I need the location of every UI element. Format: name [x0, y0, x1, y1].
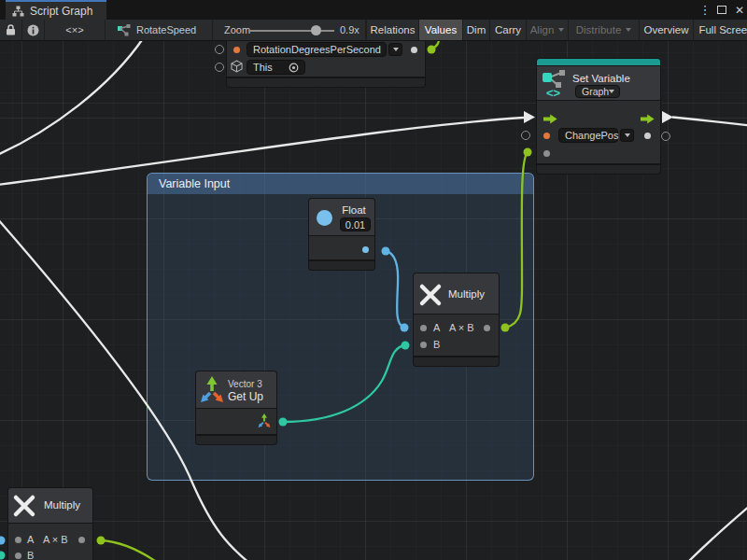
window-close-button[interactable]: ✕	[735, 0, 744, 20]
port-label-output: A × B	[449, 322, 474, 333]
lock-icon	[6, 24, 16, 35]
toolbar-button-relations[interactable]: Relations	[366, 20, 418, 40]
tab-script-graph[interactable]: Script Graph	[6, 0, 106, 20]
variable-name-dropdown[interactable]: RotationDegreesPerSecond	[247, 42, 387, 57]
set-variable-icon: <>	[541, 68, 569, 102]
variable-scope-dropdown[interactable]: Graph	[575, 85, 620, 98]
close-icon: ✕	[735, 4, 744, 17]
toolbar-button-distribute[interactable]: Distribute	[568, 20, 639, 40]
input-port-a[interactable]	[15, 537, 21, 543]
zoom-control: Zoom 0.9x	[213, 20, 366, 40]
node-vector3-get-up[interactable]: Vector 3 Get Up	[196, 371, 276, 445]
port-label-b: B	[27, 550, 34, 560]
object-picker-icon[interactable]	[289, 63, 299, 73]
vector3-axes-icon	[200, 376, 224, 408]
toolbar-button-values[interactable]: Values	[418, 20, 462, 40]
toolbar-button-carry[interactable]: Carry	[489, 20, 526, 40]
variable-dropdown-button[interactable]	[388, 43, 402, 56]
gameobject-cube-icon	[231, 60, 243, 77]
graph-toolbar: <×> RotateSpeed Zoom 0.9x Relations Valu…	[0, 20, 747, 41]
toolbar-button-fullscreen[interactable]: Full Screen	[693, 20, 747, 40]
input-port-b[interactable]	[15, 553, 21, 559]
multiply-x-icon	[12, 494, 36, 522]
node-type-label: Vector 3	[228, 379, 262, 389]
node-multiply[interactable]: Multiply A A × B B	[414, 273, 499, 366]
maximize-icon	[717, 6, 726, 14]
multiply-x-icon	[418, 283, 443, 311]
variable-dropdown-button[interactable]	[620, 129, 634, 142]
toolbar-button-align[interactable]: Align	[526, 20, 568, 40]
vector3-output-port[interactable]	[258, 413, 271, 432]
output-port[interactable]	[484, 325, 490, 331]
set-variable-name-dropdown[interactable]: ChangePos	[558, 128, 618, 143]
input-port-a[interactable]	[420, 325, 427, 331]
node-multiply-2[interactable]: Multiply A A × B B	[8, 488, 92, 560]
group-title: Variable Input	[159, 177, 230, 190]
lock-button[interactable]	[0, 20, 22, 40]
info-button[interactable]	[22, 20, 45, 40]
node-title: Set Variable	[572, 73, 630, 84]
node-accent-strip	[537, 59, 660, 66]
node-title: Float	[337, 204, 371, 216]
port-unconnected[interactable]	[215, 45, 224, 54]
port-label-a: A	[27, 534, 34, 545]
value-output-port[interactable]	[644, 133, 651, 139]
port-unconnected[interactable]	[215, 63, 224, 72]
window-tab-bar: Script Graph ⋮ ✕	[0, 0, 747, 20]
info-icon	[27, 24, 39, 36]
group-header[interactable]: Variable Input	[148, 174, 533, 194]
float-type-icon	[317, 210, 332, 226]
value-output-port[interactable]	[411, 47, 417, 53]
script-graph-icon	[118, 24, 131, 36]
script-graph-window: Variable Input	[0, 0, 747, 560]
value-input-port[interactable]	[543, 150, 550, 157]
node-get-variable[interactable]: RotationDegreesPerSecond This	[227, 35, 425, 88]
port-label-output: A × B	[43, 534, 68, 545]
node-title: Multiply	[44, 499, 80, 511]
output-port[interactable]	[78, 537, 85, 543]
variable-port-icon[interactable]	[543, 133, 550, 139]
port-unconnected[interactable]	[661, 132, 670, 141]
node-set-variable[interactable]: <> Set Variable Graph ChangePos	[537, 59, 660, 174]
zoom-value: 0.9x	[340, 24, 359, 35]
chevron-down-icon	[626, 28, 631, 32]
target-object-field[interactable]: This	[247, 60, 305, 75]
variable-port-icon[interactable]	[233, 47, 240, 53]
port-unconnected[interactable]	[521, 131, 530, 140]
zoom-slider-handle[interactable]	[311, 25, 321, 35]
kebab-menu-icon: ⋮	[699, 3, 712, 17]
code-view-button[interactable]: <×>	[45, 20, 106, 40]
svg-text:<>: <>	[546, 86, 561, 98]
flow-output-port[interactable]	[641, 111, 655, 128]
window-menu-button[interactable]: ⋮	[700, 0, 710, 20]
float-output-port[interactable]	[362, 246, 369, 253]
port-label-a: A	[433, 322, 440, 333]
node-title: Get Up	[228, 390, 263, 403]
node-float-literal[interactable]: Float 0.01	[309, 199, 374, 271]
toolbar-button-overview[interactable]: Overview	[639, 20, 693, 40]
chevron-down-icon	[558, 28, 564, 32]
float-value-input[interactable]: 0.01	[340, 217, 371, 231]
breadcrumb-graph[interactable]: RotateSpeed	[106, 20, 213, 40]
breadcrumb-label: RotateSpeed	[136, 24, 196, 35]
port-label-b: B	[433, 339, 440, 350]
code-icon: <×>	[65, 24, 83, 35]
toolbar-button-dim[interactable]: Dim	[462, 20, 489, 40]
zoom-slider-track[interactable]	[248, 30, 334, 32]
input-port-b[interactable]	[420, 342, 427, 348]
tab-title: Script Graph	[30, 5, 92, 18]
window-maximize-button[interactable]	[717, 0, 726, 20]
node-title: Multiply	[448, 288, 485, 300]
zoom-label: Zoom	[224, 24, 250, 35]
graph-hierarchy-icon	[12, 6, 24, 17]
flow-input-port[interactable]	[543, 111, 557, 128]
